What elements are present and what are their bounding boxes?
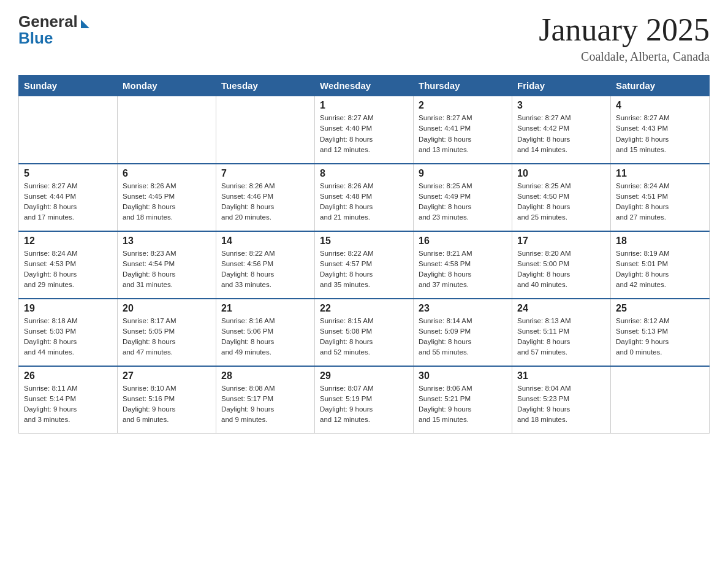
calendar-cell: 8Sunrise: 8:26 AMSunset: 4:48 PMDaylight… bbox=[315, 164, 414, 231]
calendar-cell bbox=[118, 96, 216, 164]
day-number: 16 bbox=[419, 236, 507, 247]
day-info: Sunrise: 8:15 AMSunset: 5:08 PMDaylight:… bbox=[320, 316, 408, 358]
day-info: Sunrise: 8:11 AMSunset: 5:14 PMDaylight:… bbox=[24, 383, 112, 426]
calendar-cell: 7Sunrise: 8:26 AMSunset: 4:46 PMDaylight… bbox=[216, 164, 315, 231]
calendar-cell: 2Sunrise: 8:27 AMSunset: 4:41 PMDaylight… bbox=[414, 96, 512, 164]
logo-area: General Blue bbox=[18, 12, 89, 48]
day-number: 7 bbox=[221, 168, 309, 179]
calendar-cell bbox=[19, 96, 118, 164]
day-number: 29 bbox=[320, 370, 408, 381]
calendar-table: SundayMondayTuesdayWednesdayThursdayFrid… bbox=[18, 75, 710, 434]
logo-blue-text: Blue bbox=[18, 29, 53, 47]
page-header: General Blue January 2025 Coaldale, Albe… bbox=[18, 12, 710, 64]
day-info: Sunrise: 8:26 AMSunset: 4:48 PMDaylight:… bbox=[320, 181, 408, 223]
day-number: 24 bbox=[517, 303, 605, 314]
day-number: 31 bbox=[517, 370, 605, 381]
day-info: Sunrise: 8:18 AMSunset: 5:03 PMDaylight:… bbox=[24, 316, 112, 358]
calendar-cell: 4Sunrise: 8:27 AMSunset: 4:43 PMDaylight… bbox=[611, 96, 710, 164]
day-number: 26 bbox=[24, 370, 112, 381]
day-info: Sunrise: 8:24 AMSunset: 4:51 PMDaylight:… bbox=[616, 181, 704, 223]
day-info: Sunrise: 8:19 AMSunset: 5:01 PMDaylight:… bbox=[616, 248, 704, 291]
calendar-cell: 13Sunrise: 8:23 AMSunset: 4:54 PMDayligh… bbox=[118, 231, 216, 299]
month-title: January 2025 bbox=[539, 12, 710, 47]
day-number: 12 bbox=[24, 236, 112, 247]
calendar-cell: 25Sunrise: 8:12 AMSunset: 5:13 PMDayligh… bbox=[611, 299, 710, 366]
calendar-cell: 3Sunrise: 8:27 AMSunset: 4:42 PMDaylight… bbox=[512, 96, 611, 164]
calendar-cell: 14Sunrise: 8:22 AMSunset: 4:56 PMDayligh… bbox=[216, 231, 315, 299]
day-info: Sunrise: 8:20 AMSunset: 5:00 PMDaylight:… bbox=[517, 248, 605, 291]
day-info: Sunrise: 8:14 AMSunset: 5:09 PMDaylight:… bbox=[419, 316, 507, 358]
day-number: 5 bbox=[24, 168, 112, 179]
calendar-cell: 9Sunrise: 8:25 AMSunset: 4:49 PMDaylight… bbox=[414, 164, 512, 231]
day-number: 8 bbox=[320, 168, 408, 179]
day-info: Sunrise: 8:25 AMSunset: 4:49 PMDaylight:… bbox=[419, 181, 507, 223]
day-number: 1 bbox=[320, 100, 408, 111]
day-info: Sunrise: 8:16 AMSunset: 5:06 PMDaylight:… bbox=[221, 316, 309, 358]
day-info: Sunrise: 8:10 AMSunset: 5:16 PMDaylight:… bbox=[123, 383, 211, 426]
day-number: 25 bbox=[616, 303, 704, 314]
day-info: Sunrise: 8:25 AMSunset: 4:50 PMDaylight:… bbox=[517, 181, 605, 223]
day-number: 9 bbox=[419, 168, 507, 179]
calendar-week-row: 26Sunrise: 8:11 AMSunset: 5:14 PMDayligh… bbox=[19, 366, 710, 434]
day-info: Sunrise: 8:22 AMSunset: 4:57 PMDaylight:… bbox=[320, 248, 408, 291]
day-number: 18 bbox=[616, 236, 704, 247]
day-info: Sunrise: 8:17 AMSunset: 5:05 PMDaylight:… bbox=[123, 316, 211, 358]
header-sunday: Sunday bbox=[19, 75, 118, 96]
calendar-week-row: 19Sunrise: 8:18 AMSunset: 5:03 PMDayligh… bbox=[19, 299, 710, 366]
calendar-cell: 29Sunrise: 8:07 AMSunset: 5:19 PMDayligh… bbox=[315, 366, 414, 434]
calendar-cell: 12Sunrise: 8:24 AMSunset: 4:53 PMDayligh… bbox=[19, 231, 118, 299]
calendar-cell: 17Sunrise: 8:20 AMSunset: 5:00 PMDayligh… bbox=[512, 231, 611, 299]
day-info: Sunrise: 8:08 AMSunset: 5:17 PMDaylight:… bbox=[221, 383, 309, 426]
calendar-header-row: SundayMondayTuesdayWednesdayThursdayFrid… bbox=[19, 75, 710, 96]
day-number: 21 bbox=[221, 303, 309, 314]
day-number: 30 bbox=[419, 370, 507, 381]
day-number: 14 bbox=[221, 236, 309, 247]
day-number: 27 bbox=[123, 370, 211, 381]
calendar-cell: 24Sunrise: 8:13 AMSunset: 5:11 PMDayligh… bbox=[512, 299, 611, 366]
header-thursday: Thursday bbox=[414, 75, 512, 96]
calendar-cell: 5Sunrise: 8:27 AMSunset: 4:44 PMDaylight… bbox=[19, 164, 118, 231]
calendar-cell: 19Sunrise: 8:18 AMSunset: 5:03 PMDayligh… bbox=[19, 299, 118, 366]
header-friday: Friday bbox=[512, 75, 611, 96]
calendar-cell: 10Sunrise: 8:25 AMSunset: 4:50 PMDayligh… bbox=[512, 164, 611, 231]
logo-triangle-icon bbox=[81, 20, 89, 28]
day-number: 3 bbox=[517, 100, 605, 111]
day-info: Sunrise: 8:13 AMSunset: 5:11 PMDaylight:… bbox=[517, 316, 605, 358]
header-wednesday: Wednesday bbox=[315, 75, 414, 96]
day-number: 13 bbox=[123, 236, 211, 247]
day-number: 19 bbox=[24, 303, 112, 314]
day-number: 23 bbox=[419, 303, 507, 314]
header-tuesday: Tuesday bbox=[216, 75, 315, 96]
day-info: Sunrise: 8:24 AMSunset: 4:53 PMDaylight:… bbox=[24, 248, 112, 291]
day-info: Sunrise: 8:26 AMSunset: 4:45 PMDaylight:… bbox=[123, 181, 211, 223]
day-number: 28 bbox=[221, 370, 309, 381]
day-info: Sunrise: 8:07 AMSunset: 5:19 PMDaylight:… bbox=[320, 383, 408, 426]
calendar-cell: 16Sunrise: 8:21 AMSunset: 4:58 PMDayligh… bbox=[414, 231, 512, 299]
logo-blue-arrow bbox=[79, 20, 89, 25]
day-number: 15 bbox=[320, 236, 408, 247]
day-info: Sunrise: 8:27 AMSunset: 4:44 PMDaylight:… bbox=[24, 181, 112, 223]
day-info: Sunrise: 8:27 AMSunset: 4:43 PMDaylight:… bbox=[616, 113, 704, 155]
day-info: Sunrise: 8:06 AMSunset: 5:21 PMDaylight:… bbox=[419, 383, 507, 426]
calendar-week-row: 1Sunrise: 8:27 AMSunset: 4:40 PMDaylight… bbox=[19, 96, 710, 164]
day-number: 2 bbox=[419, 100, 507, 111]
day-info: Sunrise: 8:21 AMSunset: 4:58 PMDaylight:… bbox=[419, 248, 507, 291]
day-info: Sunrise: 8:23 AMSunset: 4:54 PMDaylight:… bbox=[123, 248, 211, 291]
calendar-cell: 1Sunrise: 8:27 AMSunset: 4:40 PMDaylight… bbox=[315, 96, 414, 164]
calendar-cell: 22Sunrise: 8:15 AMSunset: 5:08 PMDayligh… bbox=[315, 299, 414, 366]
calendar-cell: 23Sunrise: 8:14 AMSunset: 5:09 PMDayligh… bbox=[414, 299, 512, 366]
day-number: 4 bbox=[616, 100, 704, 111]
calendar-cell bbox=[216, 96, 315, 164]
day-number: 22 bbox=[320, 303, 408, 314]
day-info: Sunrise: 8:27 AMSunset: 4:40 PMDaylight:… bbox=[320, 113, 408, 155]
calendar-cell: 28Sunrise: 8:08 AMSunset: 5:17 PMDayligh… bbox=[216, 366, 315, 434]
calendar-week-row: 12Sunrise: 8:24 AMSunset: 4:53 PMDayligh… bbox=[19, 231, 710, 299]
day-info: Sunrise: 8:27 AMSunset: 4:41 PMDaylight:… bbox=[419, 113, 507, 155]
day-number: 11 bbox=[616, 168, 704, 179]
calendar-cell: 31Sunrise: 8:04 AMSunset: 5:23 PMDayligh… bbox=[512, 366, 611, 434]
title-area: January 2025 Coaldale, Alberta, Canada bbox=[539, 12, 710, 64]
calendar-cell: 11Sunrise: 8:24 AMSunset: 4:51 PMDayligh… bbox=[611, 164, 710, 231]
calendar-cell: 21Sunrise: 8:16 AMSunset: 5:06 PMDayligh… bbox=[216, 299, 315, 366]
location-subtitle: Coaldale, Alberta, Canada bbox=[539, 50, 710, 64]
day-info: Sunrise: 8:27 AMSunset: 4:42 PMDaylight:… bbox=[517, 113, 605, 155]
